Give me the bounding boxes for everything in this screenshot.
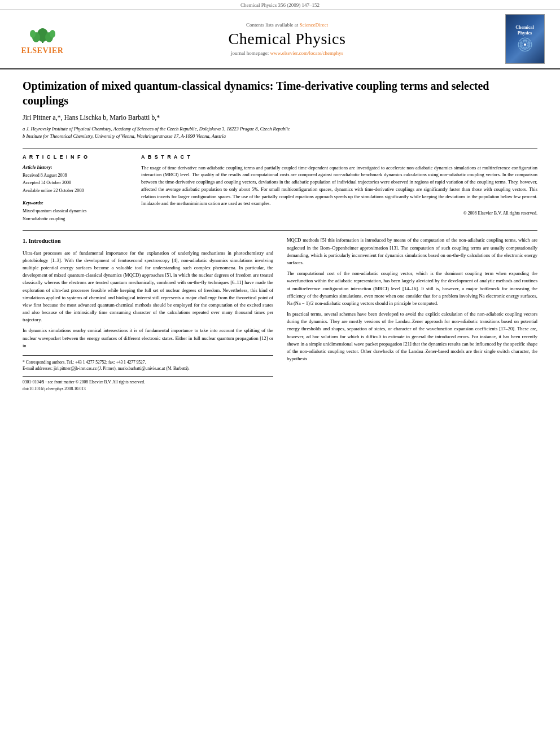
keywords-label: Keywords: [23,200,130,206]
article-info-abstract-section: A R T I C L E I N F O Article history: R… [23,148,537,223]
footer-bar: 0301-0104/$ - see front matter © 2008 El… [23,376,273,392]
received-date: Received 8 August 2008 [23,172,130,180]
right-paragraph-1: MQCD methods [5] this information is int… [287,237,537,267]
right-paragraph-2: The computational cost of the non-adiaba… [287,270,537,307]
footer-copyright: 0301-0104/$ - see front matter © 2008 El… [23,379,273,385]
intro-paragraph-2: In dynamics simulations nearby conical i… [23,327,273,350]
cover-graphic [511,36,539,53]
accepted-date: Accepted 14 October 2008 [23,179,130,187]
authors: Jiri Pittner a,*, Hans Lischka b, Mario … [23,113,537,122]
article-info-panel: A R T I C L E I N F O Article history: R… [23,154,130,223]
history-label: Article history: [23,164,130,170]
publisher-logo-area: ELSEVIER [11,23,73,55]
main-content: Optimization of mixed quantum-classical … [0,69,560,403]
abstract-copyright: © 2008 Elsevier B.V. All rights reserved… [141,211,537,216]
svg-point-11 [524,43,526,46]
article-title: Optimization of mixed quantum-classical … [23,78,537,108]
elsevier-wordmark: ELSEVIER [21,46,64,55]
keyword-1: Mixed-quantum classical dynamics [23,207,130,215]
sciencedirect-link: Contents lists available at ScienceDirec… [79,22,495,28]
footnote-email: E-mail addresses: jiri.pittner@jh-inst.c… [23,365,273,372]
svg-point-4 [30,30,36,38]
available-date: Available online 22 October 2008 [23,187,130,195]
footnote-area: * Corresponding authors. Tel.: +43 1 427… [23,355,273,372]
intro-paragraph-1: Ultra-fast processes are of fundamental … [23,250,273,324]
footer-doi: doi:10.1016/j.chemphys.2008.10.013 [23,386,273,392]
journal-cover-area: ChemicalPhysics [501,14,549,64]
journal-title: Chemical Physics [79,30,495,48]
abstract-text: The usage of time-derivative non-adiabat… [141,164,537,208]
affiliation-b: b Institute for Theoretical Chemistry, U… [23,133,537,140]
homepage-url[interactable]: www.elsevier.com/locate/chemphys [270,50,343,56]
right-paragraph-3: In practical terms, several schemes have… [287,311,537,362]
article-dates: Received 8 August 2008 Accepted 14 Octob… [23,172,130,195]
journal-citation-bar: Chemical Physics 356 (2009) 147–152 [0,0,560,10]
footnote-corresponding: * Corresponding authors. Tel.: +43 1 427… [23,359,273,365]
body-columns: 1. Introduction Ultra-fast processes are… [23,237,537,392]
article-info-heading: A R T I C L E I N F O [23,154,130,160]
journal-citation: Chemical Physics 356 (2009) 147–152 [240,2,320,8]
journal-title-area: Contents lists available at ScienceDirec… [79,22,495,56]
abstract-heading: A B S T R A C T [141,154,537,160]
keyword-2: Non-adiabatic coupling [23,215,130,223]
journal-header: ELSEVIER Contents lists available at Sci… [0,10,560,69]
body-left-column: 1. Introduction Ultra-fast processes are… [23,237,273,392]
body-right-column: MQCD methods [5] this information is int… [287,237,537,392]
sciencedirect-label[interactable]: ScienceDirect [300,22,328,28]
cover-title: ChemicalPhysics [515,25,533,37]
elsevier-tree-icon [27,23,58,44]
keywords-list: Mixed-quantum classical dynamics Non-adi… [23,207,130,222]
author-affiliations: a J. Heyrovsky Institute of Physical Che… [23,125,537,140]
svg-point-5 [50,30,55,38]
affiliation-a: a J. Heyrovsky Institute of Physical Che… [23,125,537,133]
journal-homepage: journal homepage: www.elsevier.com/locat… [79,50,495,56]
introduction-heading: 1. Introduction [23,237,273,246]
section-divider [23,230,537,231]
abstract-panel: A B S T R A C T The usage of time-deriva… [141,154,537,223]
author-names: Jiri Pittner a,*, Hans Lischka b, Mario … [23,113,160,121]
journal-cover-image: ChemicalPhysics [505,14,545,64]
